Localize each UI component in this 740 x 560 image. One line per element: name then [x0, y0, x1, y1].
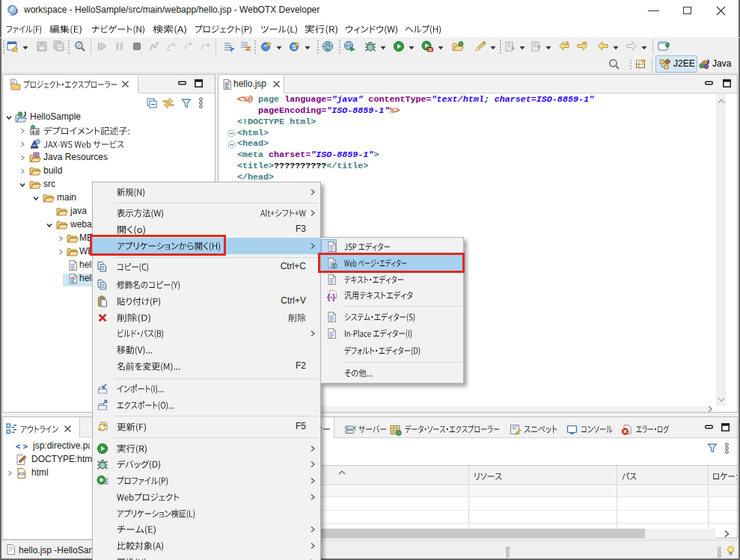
svg-text:}: } — [332, 292, 336, 301]
svg-text:4.0: 4.0 — [31, 129, 38, 135]
svg-text:< >: < > — [16, 442, 28, 451]
svg-text:{: { — [327, 292, 331, 301]
svg-text:<>: <> — [18, 470, 25, 477]
